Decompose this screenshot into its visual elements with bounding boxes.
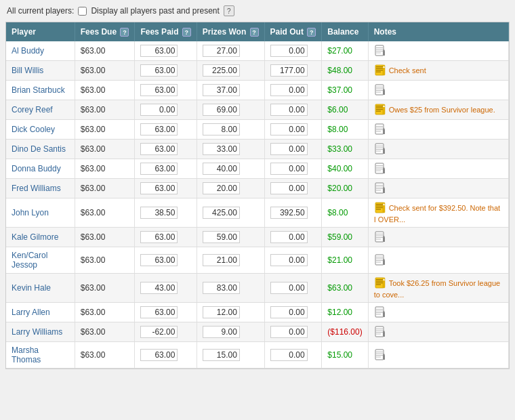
svg-rect-11 [376, 72, 381, 72]
player-name-link[interactable]: Kale Gilmore [12, 232, 58, 242]
note-icon[interactable] [374, 143, 386, 155]
prizes-won-input[interactable]: 69.00 [203, 104, 240, 116]
player-name-link[interactable]: Larry Allen [12, 308, 50, 317]
paid-out-input[interactable]: 0.00 [270, 182, 308, 194]
prizes-won-input[interactable]: 15.00 [203, 349, 240, 361]
player-name-link[interactable]: Brian Starbuck [12, 85, 65, 95]
fees-paid-input[interactable]: 63.00 [140, 182, 178, 194]
note-icon[interactable] [374, 64, 386, 77]
svg-rect-0 [375, 45, 384, 56]
player-name-link[interactable]: Bill Willis [12, 66, 43, 75]
paid-out-input[interactable]: 0.00 [270, 282, 308, 294]
fees-due-cell: $63.00 [75, 198, 135, 228]
fees-paid-input[interactable]: 63.00 [140, 306, 178, 318]
prizes-won-input[interactable]: 37.00 [203, 84, 240, 96]
display-all-checkbox[interactable] [78, 7, 87, 16]
fees-paid-input[interactable]: 63.00 [140, 64, 178, 77]
fees-paid-input[interactable]: 63.00 [140, 231, 178, 243]
svg-rect-31 [376, 129, 383, 130]
prizes-won-input[interactable]: 8.00 [203, 123, 240, 135]
note-icon[interactable] [374, 182, 386, 194]
note-icon[interactable] [374, 123, 386, 135]
paid-out-input[interactable]: 0.00 [270, 254, 308, 266]
prizes-won-input[interactable]: 225.00 [203, 64, 240, 77]
player-name-link[interactable]: Kevin Hale [12, 283, 51, 293]
prizes-won-input[interactable]: 21.00 [203, 254, 240, 266]
prizes-won-input[interactable]: 59.00 [203, 231, 240, 243]
svg-rect-32 [376, 131, 381, 132]
paid-out-input[interactable]: 0.00 [270, 45, 308, 57]
note-icon[interactable] [374, 254, 386, 266]
paid-out-input[interactable]: 0.00 [270, 104, 308, 116]
note-icon[interactable] [374, 231, 386, 243]
svg-rect-3 [376, 51, 383, 51]
fees-paid-input[interactable]: 63.00 [140, 254, 178, 266]
player-name-link[interactable]: Marsha Thomas [12, 345, 41, 364]
note-icon[interactable] [374, 349, 386, 361]
paid-out-input[interactable]: 392.50 [270, 207, 308, 219]
prizes-won-input[interactable]: 9.00 [203, 326, 240, 338]
prizes-won-cell: 40.00 [197, 159, 264, 179]
prizes-won-input[interactable]: 27.00 [203, 45, 240, 57]
prizes-won-input[interactable]: 83.00 [203, 282, 240, 294]
fees-paid-input[interactable]: -62.00 [140, 326, 178, 338]
svg-rect-72 [376, 259, 383, 259]
fees-paid-input[interactable]: 63.00 [140, 349, 178, 361]
fees-paid-input[interactable]: 63.00 [140, 84, 178, 96]
paid-out-input[interactable]: 0.00 [270, 84, 308, 96]
note-icon[interactable] [374, 45, 386, 57]
paid-out-input[interactable]: 0.00 [270, 123, 308, 135]
player-name-link[interactable]: Al Buddy [12, 46, 44, 56]
paid-out-input[interactable]: 0.00 [270, 306, 308, 318]
paid-out-input[interactable]: 0.00 [270, 231, 308, 243]
fees-paid-input[interactable]: 38.50 [140, 207, 178, 219]
prizes-won-input[interactable]: 425.00 [203, 207, 240, 219]
fees-paid-input[interactable]: 0.00 [140, 104, 178, 116]
fees-paid-input[interactable]: 63.00 [140, 45, 178, 57]
svg-rect-40 [383, 149, 385, 154]
player-name-link[interactable]: Ken/Carol Jessop [12, 251, 47, 270]
prizes-won-input[interactable]: 33.00 [203, 143, 240, 155]
note-icon[interactable] [374, 84, 386, 96]
help-icon[interactable]: ? [224, 5, 234, 16]
note-icon[interactable] [374, 163, 386, 175]
paid-out-input[interactable]: 0.00 [270, 326, 308, 338]
paid-out-input[interactable]: 0.00 [270, 143, 308, 155]
fees-paid-input[interactable]: 63.00 [140, 143, 178, 155]
player-name-link[interactable]: John Lyon [12, 208, 49, 217]
fees-paid-input[interactable]: 43.00 [140, 282, 178, 294]
fees-due-cell: $63.00 [75, 81, 135, 100]
col-header-paid-out: Paid Out ? [264, 22, 322, 41]
fees-due-help-icon[interactable]: ? [120, 28, 129, 37]
note-icon[interactable] [374, 202, 386, 214]
notes-cell [368, 41, 508, 61]
fees-due-cell: $63.00 [75, 228, 135, 247]
prizes-won-help-icon[interactable]: ? [250, 28, 259, 37]
player-name-link[interactable]: Dino De Santis [12, 144, 66, 154]
player-name-link[interactable]: Fred Williams [12, 184, 61, 193]
paid-out-help-icon[interactable]: ? [307, 28, 316, 37]
note-icon[interactable] [374, 306, 386, 318]
svg-rect-36 [376, 146, 383, 146]
paid-out-input[interactable]: 0.00 [270, 349, 308, 361]
prizes-won-cell: 15.00 [197, 342, 264, 369]
svg-rect-95 [376, 334, 381, 335]
note-icon[interactable] [374, 277, 386, 289]
prizes-won-input[interactable]: 12.00 [203, 306, 240, 318]
player-name-link[interactable]: Corey Reef [12, 105, 53, 114]
player-name-link[interactable]: Donna Buddy [12, 164, 61, 173]
paid-out-input[interactable]: 0.00 [270, 163, 308, 175]
player-name-link[interactable]: Larry Williams [12, 327, 62, 337]
paid-out-cell: 0.00 [264, 322, 322, 342]
svg-rect-33 [383, 129, 385, 134]
paid-out-input[interactable]: 177.00 [270, 64, 308, 77]
note-icon[interactable] [374, 326, 386, 338]
prizes-won-input[interactable]: 20.00 [203, 182, 240, 194]
fees-paid-input[interactable]: 63.00 [140, 123, 178, 135]
note-icon[interactable] [374, 104, 386, 116]
player-name-link[interactable]: Dick Cooley [12, 125, 55, 134]
fees-paid-input[interactable]: 63.00 [140, 163, 178, 175]
fees-paid-help-icon[interactable]: ? [182, 28, 191, 37]
prizes-won-input[interactable]: 40.00 [203, 163, 240, 175]
players-table: Player Fees Due ? Fees Paid ? Prizes Won… [6, 22, 509, 369]
